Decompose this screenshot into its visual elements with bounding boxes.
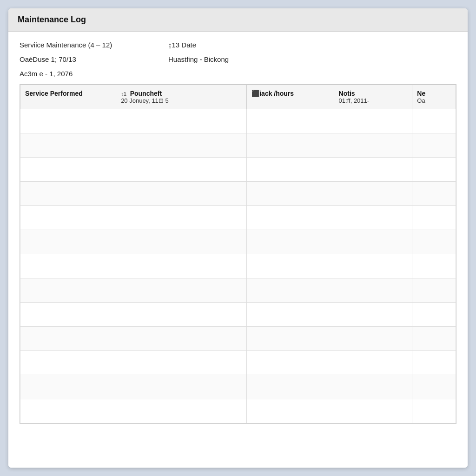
table-cell bbox=[412, 351, 456, 375]
table-cell bbox=[116, 158, 247, 182]
table-cell bbox=[412, 158, 456, 182]
table-cell bbox=[20, 375, 116, 399]
col-ne[interactable]: Ne Oa bbox=[412, 85, 456, 109]
info-row-2: OaéDuse 1; 70/13 Huastfing - Bickong bbox=[20, 55, 456, 63]
info-section: Serviice Maintenance (4 – 12) ↨13 Date O… bbox=[20, 41, 456, 78]
table-cell bbox=[20, 327, 116, 351]
table-cell bbox=[334, 206, 412, 230]
col-service-performed[interactable]: Service Performed bbox=[20, 85, 116, 109]
table-cell bbox=[20, 182, 116, 206]
table-cell bbox=[247, 254, 334, 278]
table-cell bbox=[334, 109, 412, 133]
table-cell bbox=[20, 206, 116, 230]
table-cell bbox=[334, 327, 412, 351]
table-cell bbox=[20, 158, 116, 182]
table-cell bbox=[412, 206, 456, 230]
table-cell bbox=[334, 278, 412, 303]
table-cell bbox=[20, 230, 116, 254]
col-notis-sub: 01:ff, 2011- bbox=[339, 97, 408, 104]
table-cell bbox=[412, 133, 456, 158]
table-cell bbox=[412, 375, 456, 399]
table-cell bbox=[334, 254, 412, 278]
table-row bbox=[20, 303, 456, 327]
table-cell bbox=[116, 109, 247, 133]
table-cell bbox=[116, 303, 247, 327]
table-cell bbox=[20, 109, 116, 133]
table-cell bbox=[116, 133, 247, 158]
table-row bbox=[20, 399, 456, 423]
table-cell bbox=[116, 327, 247, 351]
table-cell bbox=[116, 351, 247, 375]
table-cell bbox=[334, 133, 412, 158]
data-table-container: Service Performed ↨1 Pouncheft 20 Jonuey… bbox=[20, 84, 456, 424]
main-window: Maintenance Log Serviice Maintenance (4 … bbox=[8, 8, 468, 468]
table-cell bbox=[116, 375, 247, 399]
table-cell bbox=[334, 351, 412, 375]
table-header-row: Service Performed ↨1 Pouncheft 20 Jonuey… bbox=[20, 85, 456, 109]
col-pouncheft[interactable]: ↨1 Pouncheft 20 Jonuey, 11⊡ 5 bbox=[116, 85, 247, 109]
table-cell bbox=[116, 254, 247, 278]
table-cell bbox=[247, 230, 334, 254]
table-cell bbox=[116, 182, 247, 206]
table-cell bbox=[412, 303, 456, 327]
table-cell bbox=[247, 375, 334, 399]
table-row bbox=[20, 254, 456, 278]
table-row bbox=[20, 351, 456, 375]
table-cell bbox=[334, 230, 412, 254]
content-area: Serviice Maintenance (4 – 12) ↨13 Date O… bbox=[8, 32, 468, 468]
table-row bbox=[20, 109, 456, 133]
col-service-performed-label: Service Performed bbox=[25, 90, 83, 97]
table-cell bbox=[247, 399, 334, 423]
table-body bbox=[20, 109, 456, 423]
oa-due-label: OaéDuse 1; 70/13 bbox=[20, 55, 140, 63]
sort-icon-pouncheft: ↨1 bbox=[121, 91, 126, 97]
table-cell bbox=[116, 399, 247, 423]
table-row bbox=[20, 375, 456, 399]
table-cell bbox=[20, 303, 116, 327]
table-cell bbox=[412, 327, 456, 351]
table-cell bbox=[412, 182, 456, 206]
table-cell bbox=[247, 351, 334, 375]
table-cell bbox=[412, 230, 456, 254]
table-cell bbox=[116, 230, 247, 254]
table-cell bbox=[334, 303, 412, 327]
table-cell bbox=[247, 158, 334, 182]
table-cell bbox=[20, 278, 116, 303]
table-cell bbox=[116, 278, 247, 303]
table-cell bbox=[412, 254, 456, 278]
table-row bbox=[20, 158, 456, 182]
col-pouncheft-label: Pouncheft bbox=[130, 90, 162, 97]
col-pouncheft-sub: 20 Jonuey, 11⊡ 5 bbox=[121, 97, 242, 104]
window-title: Maintenance Log bbox=[18, 15, 458, 25]
date-label: ↨13 Date bbox=[168, 41, 196, 49]
table-cell bbox=[412, 109, 456, 133]
table-row bbox=[20, 182, 456, 206]
table-cell bbox=[412, 399, 456, 423]
title-bar: Maintenance Log bbox=[8, 8, 468, 32]
table-row bbox=[20, 278, 456, 303]
huasting-label: Huastfing - Bickong bbox=[168, 55, 229, 63]
table-cell bbox=[20, 133, 116, 158]
col-notis[interactable]: Notis 01:ff, 2011- bbox=[334, 85, 412, 109]
table-cell bbox=[116, 206, 247, 230]
maintenance-table: Service Performed ↨1 Pouncheft 20 Jonuey… bbox=[20, 85, 456, 423]
info-row-3: Ac3m e - 1, 2076 bbox=[20, 70, 456, 78]
table-cell bbox=[247, 327, 334, 351]
table-row bbox=[20, 206, 456, 230]
table-cell bbox=[334, 158, 412, 182]
table-row bbox=[20, 327, 456, 351]
col-ne-sub: Oa bbox=[417, 97, 451, 104]
table-cell bbox=[247, 182, 334, 206]
col-miack-hours[interactable]: ⬛iack /hours bbox=[247, 85, 334, 109]
table-cell bbox=[412, 278, 456, 303]
col-ne-label: Ne bbox=[417, 90, 425, 97]
table-row bbox=[20, 230, 456, 254]
table-cell bbox=[334, 182, 412, 206]
table-cell bbox=[247, 133, 334, 158]
col-notis-label: Notis bbox=[339, 90, 355, 97]
table-cell bbox=[334, 399, 412, 423]
table-cell bbox=[247, 278, 334, 303]
table-cell bbox=[20, 399, 116, 423]
table-cell bbox=[247, 206, 334, 230]
service-maintenance-label: Serviice Maintenance (4 – 12) bbox=[20, 41, 140, 49]
